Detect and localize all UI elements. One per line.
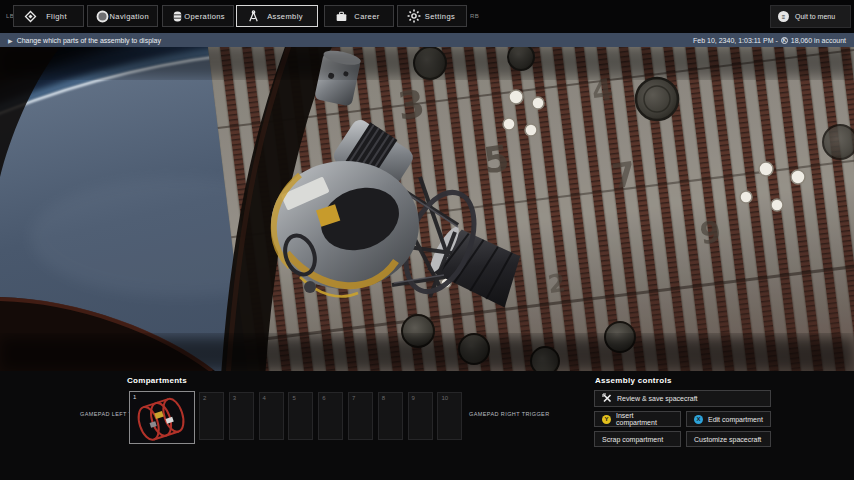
flight-icon [22,10,38,23]
hint-arrow-icon: ▶ [8,37,13,44]
hint-text: Change which parts of the assembly to di… [17,37,161,44]
slot-number: 1 [133,394,136,400]
button-label: Customize spacecraft [694,436,761,443]
slot-number: 2 [203,395,206,401]
compartment-slot-2[interactable]: 2 [199,392,224,440]
career-icon [333,10,349,23]
viewport-3d[interactable]: 3 4 5 7 9 2 [0,47,854,371]
slot-number: 8 [382,395,385,401]
gamepad-rb-hint: RB [470,13,479,19]
context-hint-bar: ▶ Change which parts of the assembly to … [0,33,854,47]
tab-label: Settings [422,12,458,21]
compartment-thumbnail [130,392,194,443]
compartment-slot-7[interactable]: 7 [348,392,373,440]
tab-label: Operations [184,12,225,21]
currency-icon: K [781,37,788,44]
button-label: Scrap compartment [602,436,663,443]
scrap-compartment-button[interactable]: Scrap compartment [594,431,681,447]
tab-navigation[interactable]: Navigation [87,5,158,27]
customize-spacecraft-button[interactable]: Customize spacecraft [686,431,771,447]
assembly-icon [245,10,261,23]
insert-compartment-button[interactable]: Y Insert compartment [594,411,681,427]
tab-label: Assembly [261,12,309,21]
tab-operations[interactable]: Operations [162,5,234,27]
tab-settings[interactable]: Settings [397,5,467,27]
compartment-slot-1[interactable]: 1 [129,391,195,444]
slot-number: 10 [441,395,448,401]
settings-icon [406,9,422,23]
menu-circle-icon: ≡ [778,11,789,22]
tab-assembly[interactable]: Assembly [236,5,318,27]
slot-number: 7 [352,395,355,401]
review-save-spacecraft-button[interactable]: Review & save spacecraft [594,390,771,407]
compartment-slot-6[interactable]: 6 [318,392,343,440]
compartment-slot-8[interactable]: 8 [378,392,403,440]
tab-label: Flight [38,12,75,21]
compartment-slot-3[interactable]: 3 [229,392,254,440]
compartment-slot-10[interactable]: 10 [437,392,462,440]
tab-label: Navigation [110,12,149,21]
datetime-text: Feb 10, 2340, 1:03:11 PM - [693,37,778,44]
gamepad-x-button-icon: X [694,415,703,424]
scene-render [0,47,854,371]
edit-compartment-button[interactable]: X Edit compartment [686,411,771,427]
quit-to-menu-button[interactable]: ≡ Quit to menu [770,5,851,28]
slot-number: 6 [322,395,325,401]
compartment-slot-9[interactable]: 9 [408,392,433,440]
compartment-slot-4[interactable]: 4 [259,392,284,440]
slot-number: 9 [412,395,415,401]
tab-flight[interactable]: Flight [13,5,84,27]
review-save-icon [602,393,612,404]
slot-number: 3 [233,395,236,401]
button-label: Edit compartment [708,416,763,423]
gamepad-y-button-icon: Y [602,415,611,424]
compartments-title: Compartments [127,376,187,385]
top-menu-bar: LB Flight Navigation Operations Assembly [0,0,854,33]
button-label: Review & save spacecraft [617,395,698,402]
navigation-icon [96,10,110,23]
slot-number: 4 [263,395,266,401]
operations-icon [171,10,184,23]
bottom-panel: Compartments GAMEPAD LEFT TRIGGER GAMEPA… [0,371,854,480]
quit-label: Quit to menu [795,13,835,20]
game-window: 3 4 5 7 9 2 LB Flight Navigation Operati… [0,0,854,480]
slot-number: 5 [292,395,295,401]
tab-label: Career [349,12,385,21]
gamepad-right-trigger-hint: GAMEPAD RIGHT TRIGGER [469,411,550,417]
account-balance-text: 18,060 in account [791,37,846,44]
button-label: Insert compartment [616,412,673,426]
compartment-slot-5[interactable]: 5 [288,392,313,440]
tab-career[interactable]: Career [324,5,394,27]
assembly-controls-title: Assembly controls [595,376,672,385]
